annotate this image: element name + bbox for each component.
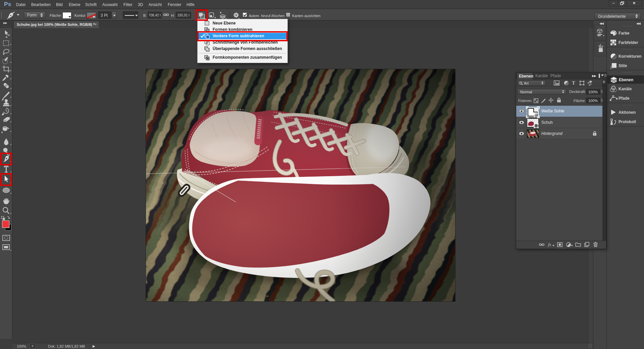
svg-text:fx: fx	[610, 65, 613, 69]
